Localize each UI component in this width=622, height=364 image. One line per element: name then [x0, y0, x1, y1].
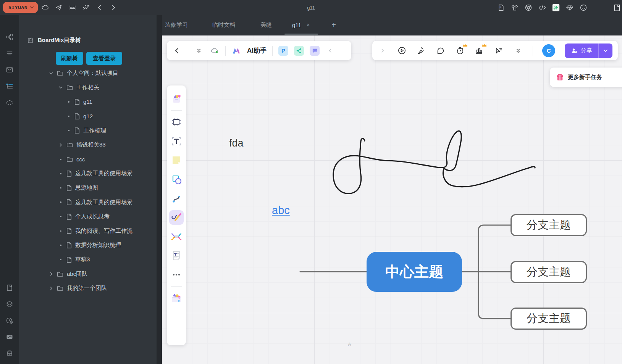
chevron-right-icon[interactable]	[58, 143, 64, 147]
edit-icon[interactable]	[27, 37, 34, 43]
mindmap-branch-node[interactable]: 分支主题	[511, 214, 587, 236]
mindmap-icon[interactable]	[169, 229, 184, 244]
tree-item-doc[interactable]: 这几款工具的使用场景	[19, 195, 157, 209]
bookmark-icon[interactable]	[612, 3, 622, 12]
laser-pointer-icon[interactable]	[416, 46, 426, 56]
back-icon[interactable]	[95, 3, 105, 12]
document-icon[interactable]	[169, 248, 184, 263]
panel-splitter[interactable]	[157, 15, 162, 364]
tree-item-folder[interactable]: abc团队	[19, 267, 157, 281]
activity-icon[interactable]	[82, 3, 91, 12]
tree-item-doc[interactable]: 数据分析知识梳理	[19, 238, 157, 253]
expand-toolbar-icon[interactable]	[378, 46, 388, 56]
siyuan-workspace-button[interactable]: SIYUAN	[3, 2, 38, 13]
tree-item-doc[interactable]: g12	[19, 109, 157, 124]
tree-item-doc[interactable]: 草稿3	[19, 253, 157, 267]
select-cursor-icon[interactable]	[494, 46, 504, 56]
backpack-icon[interactable]	[5, 349, 14, 358]
sync-icon[interactable]	[5, 98, 14, 107]
tab-meifeng[interactable]: 美缝	[260, 15, 272, 34]
canvas-text-object[interactable]: fda	[229, 137, 244, 149]
tag-icon[interactable]	[5, 300, 14, 309]
pen-icon[interactable]	[169, 210, 184, 225]
whiteboard-canvas[interactable]: 中心主题 分支主题 分支主题 分支主题 fda abc A AI助手 P	[162, 35, 622, 364]
tree-item-doc[interactable]: 我的阅读、写作工作流	[19, 224, 157, 238]
doctree-icon[interactable]	[5, 82, 14, 91]
tree-item-folder[interactable]: 个人空间：默认项目	[19, 66, 157, 81]
outline-icon[interactable]	[5, 49, 14, 58]
plugin-branch-icon[interactable]	[294, 46, 304, 56]
tree-item-doc[interactable]: 工作梳理	[19, 123, 157, 138]
canvas-link-object[interactable]: abc	[272, 204, 290, 217]
code-icon[interactable]	[538, 3, 547, 12]
mindmap-branch-node[interactable]: 分支主题	[511, 261, 587, 283]
js-file-icon[interactable]: js	[496, 3, 506, 12]
inbox-icon[interactable]	[5, 65, 14, 74]
new-tab-button[interactable]: +	[329, 20, 339, 30]
newbie-tasks-label: 更多新手任务	[568, 74, 602, 81]
double-chevron-down-icon[interactable]	[194, 46, 204, 56]
tree-item-doc[interactable]: 思源地图	[19, 181, 157, 195]
connector-icon[interactable]	[169, 191, 184, 206]
tree-item-folder[interactable]: 工作相关	[19, 81, 157, 95]
refresh-tree-button[interactable]: 刷新树	[56, 52, 83, 65]
tree-item-doc[interactable]: 这几款工具的使用场景	[19, 166, 157, 181]
tab-g11[interactable]: g11 ×	[292, 15, 310, 34]
plugin-p-icon[interactable]: P	[278, 46, 288, 56]
forward-icon[interactable]	[108, 3, 118, 12]
board-top-right-toolbar: C 分享	[372, 41, 618, 60]
plugin-green-icon[interactable]	[551, 3, 561, 12]
tab-linshi[interactable]: 临时文档	[212, 15, 235, 34]
tree-item-doc[interactable]: 个人成长思考	[19, 209, 157, 224]
tab-zhuangxiu[interactable]: 装修学习	[165, 15, 188, 34]
history-icon[interactable]	[5, 316, 14, 325]
dock-icon[interactable]	[68, 3, 77, 12]
chrome-icon[interactable]	[524, 3, 533, 12]
comment-icon[interactable]	[436, 46, 446, 56]
send-icon[interactable]	[54, 3, 63, 12]
chevron-right-icon[interactable]	[48, 286, 54, 291]
sketch-icon[interactable]	[565, 3, 574, 12]
tree-item-label: 这几款工具的使用场景	[75, 170, 132, 177]
newbie-tasks-card[interactable]: 更多新手任务	[550, 68, 622, 87]
templates-icon[interactable]	[169, 92, 184, 106]
file-icon	[74, 113, 80, 119]
present-play-icon[interactable]	[397, 46, 407, 56]
apps-icon[interactable]: b	[169, 291, 184, 305]
cloud-sync-icon[interactable]	[210, 46, 220, 56]
plugin-chat-icon[interactable]	[310, 46, 320, 56]
share-dropdown-chevron-icon[interactable]	[599, 48, 612, 53]
cloud-icon[interactable]	[40, 3, 50, 12]
chevron-down-icon[interactable]	[58, 85, 64, 90]
tree-item-folder[interactable]: ccc	[19, 152, 157, 167]
double-chevron-down-icon[interactable]	[513, 46, 523, 56]
text-icon[interactable]	[169, 134, 184, 148]
tree-item-folder[interactable]: 我的第一个团队	[19, 281, 157, 296]
view-login-button[interactable]: 查看登录	[86, 52, 122, 65]
chevron-down-icon[interactable]	[48, 71, 54, 76]
back-icon[interactable]	[172, 46, 182, 56]
mindmap-branch-node[interactable]: 分支主题	[511, 308, 587, 330]
timer-icon[interactable]	[455, 46, 465, 56]
chevron-right-icon[interactable]	[48, 272, 54, 276]
emoji-icon[interactable]	[579, 3, 588, 12]
ai-assistant-label[interactable]: AI助手	[247, 46, 267, 55]
bookmark-icon[interactable]	[5, 283, 14, 292]
sticky-note-icon[interactable]	[169, 153, 184, 168]
share-button[interactable]: 分享	[565, 43, 612, 58]
tshirt-icon[interactable]	[510, 3, 519, 12]
siyuan-brand-label: SIYUAN	[8, 5, 27, 10]
mindmap-center-node[interactable]: 中心主题	[367, 252, 462, 292]
tree-item-doc[interactable]: g11	[19, 95, 157, 109]
graph-icon[interactable]	[5, 32, 14, 42]
stats-podium-icon[interactable]	[474, 46, 484, 56]
card-icon[interactable]	[5, 332, 14, 341]
tree-item-folder[interactable]: 搞钱相关33	[19, 138, 157, 152]
frame-icon[interactable]	[169, 115, 184, 129]
ai-assistant-logo-icon[interactable]	[231, 46, 241, 56]
shapes-icon[interactable]	[169, 172, 184, 187]
more-icon[interactable]	[169, 267, 184, 282]
close-icon[interactable]: ×	[307, 22, 310, 28]
user-avatar[interactable]: C	[542, 44, 555, 57]
collapse-toolbar-icon[interactable]	[325, 46, 335, 56]
